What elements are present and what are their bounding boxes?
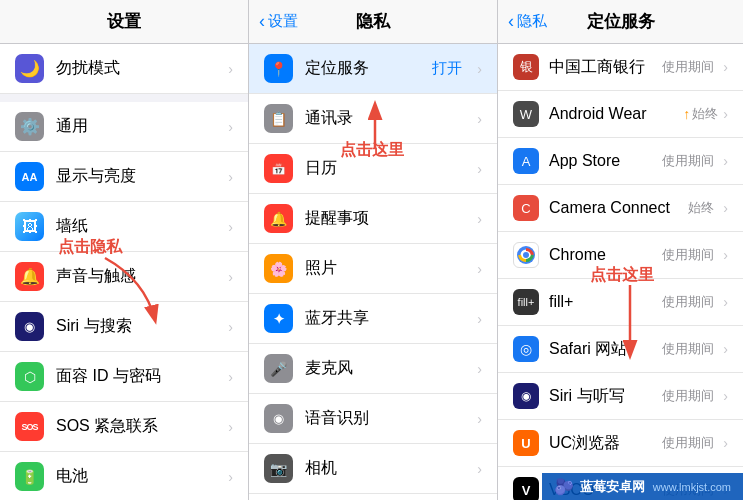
photos-icon: 🌸 [264,254,293,283]
list-item-siri[interactable]: ◉ Siri 与搜索 › [0,302,248,352]
list-item-contacts[interactable]: 📋 通讯录 › [249,94,497,144]
list-item-appstore[interactable]: A App Store 使用期间 › [498,138,743,185]
chevron-icon: › [723,153,728,169]
icbc-value: 使用期间 [662,58,714,76]
speech-label: 语音识别 [305,408,472,429]
back-chevron-icon: ‹ [259,11,265,32]
col3-back-button[interactable]: ‹ 隐私 [508,11,547,32]
list-item-reminders[interactable]: 🔔 提醒事项 › [249,194,497,244]
list-item-wallpaper[interactable]: 🖼 墙纸 › [0,202,248,252]
watermark-brand: 蓝莓安卓网 [580,478,645,496]
list-item-calendar[interactable]: 📅 日历 › [249,144,497,194]
siri-col3-icon: ◉ [513,383,539,409]
list-item-general[interactable]: ⚙️ 通用 › [0,102,248,152]
list-item-display[interactable]: AA 显示与亮度 › [0,152,248,202]
reminders-icon: 🔔 [264,204,293,233]
list-item-battery[interactable]: 🔋 电池 › [0,452,248,500]
list-item-uc[interactable]: U UC浏览器 使用期间 › [498,420,743,467]
col1-title: 设置 [107,10,141,33]
wallpaper-label: 墙纸 [56,216,223,237]
microphone-icon: 🎤 [264,354,293,383]
sound-icon: 🔔 [15,262,44,291]
cameraconnect-label: Camera Connect [549,199,688,217]
appstore-value: 使用期间 [662,152,714,170]
uc-value: 使用期间 [662,434,714,452]
general-label: 通用 [56,116,223,137]
privacy-column: 📍 定位服务 打开 › 📋 通讯录 › 📅 日历 › 🔔 提醒事项 › [249,44,498,500]
list-item-sos[interactable]: SOS SOS 紧急联系 › [0,402,248,452]
location-icon: 📍 [264,54,293,83]
watermark-bar: 🫐 蓝莓安卓网 www.lmkjst.com [542,473,743,500]
camera-icon: 📷 [264,454,293,483]
display-label: 显示与亮度 [56,166,223,187]
donotdisturb-label: 勿扰模式 [56,58,223,79]
col2-nav: ‹ 设置 隐私 [249,0,498,43]
watermark-logo: 🫐 [554,477,574,496]
list-item-donotdisturb[interactable]: 🌙 勿扰模式 › [0,44,248,94]
location-column: 银 中国工商银行 使用期间 › W Android Wear 始终 › A Ap… [498,44,743,500]
chevron-icon: › [477,411,482,427]
list-item-health[interactable]: ❤️ 健康 › [249,494,497,500]
list-item-faceid[interactable]: ⬡ 面容 ID 与密码 › [0,352,248,402]
general-icon: ⚙️ [15,112,44,141]
wallpaper-icon: 🖼 [15,212,44,241]
speech-icon: ◉ [264,404,293,433]
faceid-label: 面容 ID 与密码 [56,366,223,387]
list-item-location[interactable]: 📍 定位服务 打开 › [249,44,497,94]
chevron-icon: › [228,469,233,485]
col2-back-button[interactable]: ‹ 设置 [259,11,298,32]
col3-nav: ‹ 隐私 定位服务 [498,0,743,43]
chevron-icon: › [723,200,728,216]
list-item-speech[interactable]: ◉ 语音识别 › [249,394,497,444]
siri-col3-label: Siri 与听写 [549,386,662,407]
safari-label: Safari 网站 [549,339,662,360]
list-item-bluetooth[interactable]: ✦ 蓝牙共享 › [249,294,497,344]
chevron-icon: › [723,294,728,310]
list-item-photos[interactable]: 🌸 照片 › [249,244,497,294]
fill-icon: fill+ [513,289,539,315]
list-item-fill[interactable]: fill+ fill+ 使用期间 › [498,279,743,326]
safari-icon: ◎ [513,336,539,362]
chevron-icon: › [228,369,233,385]
chevron-icon: › [477,111,482,127]
donotdisturb-icon: 🌙 [15,54,44,83]
chevron-icon: › [723,59,728,75]
chevron-icon: › [477,261,482,277]
sos-icon: SOS [15,412,44,441]
chevron-icon: › [723,388,728,404]
list-item-chrome[interactable]: Chrome 使用期间 › [498,232,743,279]
location-value: 打开 [432,59,462,78]
nav-bars: 设置 ‹ 设置 隐私 ‹ 隐私 定位服务 [0,0,743,44]
battery-label: 电池 [56,466,223,487]
chevron-icon: › [477,61,482,77]
contacts-label: 通讯录 [305,108,472,129]
list-item-androidwear[interactable]: W Android Wear 始终 › [498,91,743,138]
fill-value: 使用期间 [662,293,714,311]
calendar-label: 日历 [305,158,472,179]
col3-back-label: 隐私 [517,12,547,31]
chevron-icon: › [723,106,728,122]
vsco-icon: V [513,477,539,500]
list-item-siri-col3[interactable]: ◉ Siri 与听写 使用期间 › [498,373,743,420]
camera-label: 相机 [305,458,472,479]
list-item-safari[interactable]: ◎ Safari 网站 使用期间 › [498,326,743,373]
chevron-icon: › [228,269,233,285]
sound-label: 声音与触感 [56,266,223,287]
uc-icon: U [513,430,539,456]
chevron-icon: › [477,211,482,227]
col1-nav: 设置 [0,0,249,43]
main-content: 🌙 勿扰模式 › ⚙️ 通用 › AA 显示与亮度 › 🖼 墙纸 › [0,44,743,500]
chevron-icon: › [477,311,482,327]
androidwear-label: Android Wear [549,105,683,123]
chevron-icon: › [723,435,728,451]
svg-point-2 [523,252,529,258]
list-item-icbc[interactable]: 银 中国工商银行 使用期间 › [498,44,743,91]
chevron-icon: › [723,341,728,357]
bluetooth-icon: ✦ [264,304,293,333]
list-item-microphone[interactable]: 🎤 麦克风 › [249,344,497,394]
list-item-cameraconnect[interactable]: C Camera Connect 始终 › [498,185,743,232]
list-item-sound[interactable]: 🔔 声音与触感 › [0,252,248,302]
list-item-camera[interactable]: 📷 相机 › [249,444,497,494]
appstore-icon: A [513,148,539,174]
battery-icon: 🔋 [15,462,44,491]
